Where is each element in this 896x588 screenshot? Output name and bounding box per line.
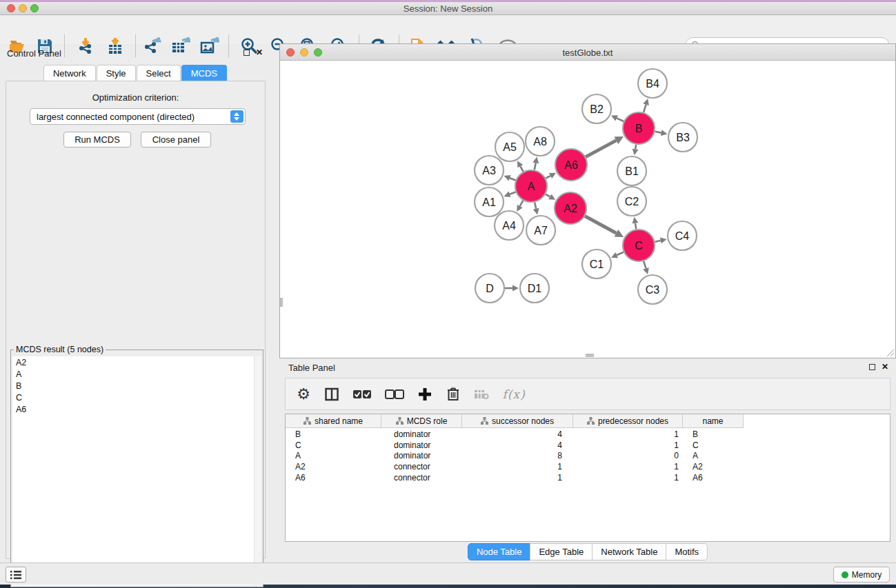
graph-node-label-C4: C4 bbox=[675, 230, 690, 242]
graph-node-label-A4: A4 bbox=[502, 220, 516, 232]
status-bar: Memory bbox=[0, 562, 896, 585]
tab-select[interactable]: Select bbox=[137, 65, 181, 81]
graph-edge-B-B3[interactable] bbox=[655, 132, 661, 133]
column-header-predecessor-nodes[interactable]: predecessor nodes bbox=[573, 414, 683, 428]
control-panel: Control Panel ✕ NetworkStyleSelectMCDS O… bbox=[6, 45, 266, 561]
table-cell: dominator bbox=[381, 429, 462, 439]
graph-edge-B-B2[interactable] bbox=[617, 118, 624, 121]
mcds-result-group: MCDS result (5 nodes) A2ABCA6 bbox=[10, 349, 263, 587]
table-row-A[interactable]: Adominator80A bbox=[286, 451, 890, 462]
tab-network-table[interactable]: Network Table bbox=[592, 543, 666, 560]
float-panel-icon[interactable] bbox=[869, 364, 875, 370]
graph-edge-A2-C[interactable] bbox=[585, 216, 616, 233]
graph-edge-arrowhead bbox=[532, 157, 539, 164]
table-cell: A2 bbox=[683, 462, 744, 472]
network-hscroll-thumb[interactable] bbox=[586, 354, 594, 357]
table-cell: A bbox=[683, 451, 744, 460]
delete-table-icon bbox=[473, 386, 490, 403]
mcds-result-item[interactable]: B bbox=[12, 380, 254, 392]
create-column-icon[interactable] bbox=[417, 386, 433, 403]
mcds-result-item[interactable]: A2 bbox=[12, 356, 254, 368]
graph-edge-C-C2[interactable] bbox=[635, 223, 636, 230]
table-cell: connector bbox=[381, 462, 462, 472]
graph-edge-A-A6[interactable] bbox=[546, 176, 550, 179]
table-settings-gear-icon[interactable]: ⚙ bbox=[295, 386, 312, 403]
mcds-result-list[interactable]: A2ABCA6 bbox=[12, 356, 254, 585]
graph-node-label-B4: B4 bbox=[646, 78, 659, 90]
mcds-result-item[interactable]: A6 bbox=[12, 403, 254, 415]
graph-edge-A-A3[interactable] bbox=[510, 178, 516, 180]
table-cell: C bbox=[286, 440, 381, 450]
close-panel-icon[interactable]: ✕ bbox=[882, 364, 888, 370]
column-header-MCDS-role[interactable]: MCDS role bbox=[381, 414, 462, 428]
table-body: Bdominator41BCdominator41CAdominator80AA… bbox=[286, 429, 890, 483]
graph-edge-B-B4[interactable] bbox=[644, 105, 646, 112]
tab-network[interactable]: Network bbox=[43, 65, 96, 81]
table-toolbar: ⚙ f(x) bbox=[285, 378, 890, 410]
graph-edge-A-A5[interactable] bbox=[520, 166, 523, 172]
criterion-select[interactable]: largest connected component (directed) bbox=[30, 108, 246, 125]
task-history-button[interactable] bbox=[6, 567, 26, 582]
delete-column-icon[interactable] bbox=[445, 386, 461, 403]
column-header-name[interactable]: name bbox=[683, 414, 744, 428]
network-window-titlebar[interactable]: testGlobe.txt bbox=[280, 44, 895, 61]
graph-edge-A-A8[interactable] bbox=[535, 163, 536, 170]
graph-edge-arrowhead bbox=[533, 208, 539, 215]
close-panel-button[interactable]: Close panel bbox=[141, 132, 211, 148]
select-stepper-icon bbox=[230, 110, 243, 123]
graph-edge-A-A7[interactable] bbox=[535, 202, 536, 208]
close-panel-icon[interactable]: ✕ bbox=[256, 50, 263, 56]
column-header-label: predecessor nodes bbox=[598, 416, 668, 426]
graph-node-label-A3: A3 bbox=[482, 165, 496, 176]
graph-node-label-C1: C1 bbox=[590, 258, 604, 270]
tab-motifs[interactable]: Motifs bbox=[666, 543, 708, 560]
table-row-A2[interactable]: A2connector11A2 bbox=[286, 461, 890, 472]
tab-mcds[interactable]: MCDS bbox=[181, 65, 227, 81]
graph-node-label-C2: C2 bbox=[625, 196, 639, 207]
control-panel-tabs: NetworkStyleSelectMCDS bbox=[6, 65, 266, 81]
graph-node-label-A7: A7 bbox=[534, 225, 548, 236]
graph-edge-A6-B[interactable] bbox=[586, 141, 616, 157]
mcds-result-item[interactable]: A bbox=[12, 368, 254, 380]
tab-style[interactable]: Style bbox=[97, 65, 136, 81]
table-cell: A2 bbox=[286, 462, 381, 472]
optimization-criterion-label: Optimization criterion: bbox=[6, 92, 265, 103]
column-header-successor-nodes[interactable]: successor nodes bbox=[462, 414, 573, 428]
table-row-B[interactable]: Bdominator41B bbox=[286, 429, 890, 440]
graph-edge-A-A4[interactable] bbox=[520, 201, 524, 206]
graph-edge-C-C3[interactable] bbox=[644, 261, 646, 269]
graph-edge-A-A1[interactable] bbox=[510, 192, 516, 194]
node-table[interactable]: shared nameMCDS rolesuccessor nodesprede… bbox=[285, 414, 890, 542]
graph-node-label-A6: A6 bbox=[564, 159, 578, 171]
network-view-window: testGlobe.txt AA1A2A3A4A5A6A7A8BB1B2B3B4… bbox=[279, 43, 896, 358]
run-mcds-button[interactable]: Run MCDS bbox=[63, 132, 131, 148]
network-canvas[interactable]: AA1A2A3A4A5A6A7A8BB1B2B3B4CC1C2C3C4DD1 bbox=[280, 61, 895, 358]
graph-edge-C-C1[interactable] bbox=[617, 252, 624, 255]
select-all-rows-icon[interactable] bbox=[352, 386, 372, 403]
float-panel-icon[interactable] bbox=[243, 50, 250, 56]
table-cell: A bbox=[286, 451, 381, 460]
tab-edge-table[interactable]: Edge Table bbox=[530, 543, 593, 560]
deselect-all-rows-icon[interactable] bbox=[384, 386, 405, 403]
graph-edge-B-B1[interactable] bbox=[635, 145, 636, 150]
column-header-shared-name[interactable]: shared name bbox=[286, 414, 381, 428]
graph-node-label-A2: A2 bbox=[564, 203, 577, 214]
network-vscroll-thumb[interactable] bbox=[280, 298, 283, 307]
column-header-label: shared name bbox=[315, 416, 363, 426]
graph-edge-C-C4[interactable] bbox=[655, 241, 660, 242]
network-window-title: testGlobe.txt bbox=[280, 48, 895, 58]
graph-node-label-D1: D1 bbox=[528, 283, 542, 294]
table-cell: 1 bbox=[573, 429, 683, 439]
mcds-result-scrollbar[interactable] bbox=[254, 356, 261, 585]
memory-button[interactable]: Memory bbox=[833, 567, 890, 582]
table-cell: 0 bbox=[573, 451, 683, 460]
table-row-A6[interactable]: A6connector11A6 bbox=[286, 472, 890, 483]
table-cell: dominator bbox=[381, 440, 462, 450]
network-resize-grip[interactable] bbox=[886, 348, 895, 357]
tab-node-table[interactable]: Node Table bbox=[468, 543, 531, 560]
graph-node-label-A5: A5 bbox=[503, 141, 517, 153]
mcds-result-item[interactable]: C bbox=[12, 392, 254, 403]
table-row-C[interactable]: Cdominator41C bbox=[286, 440, 890, 451]
show-columns-icon[interactable] bbox=[323, 386, 340, 403]
graph-edge-A-A2[interactable] bbox=[546, 194, 550, 197]
